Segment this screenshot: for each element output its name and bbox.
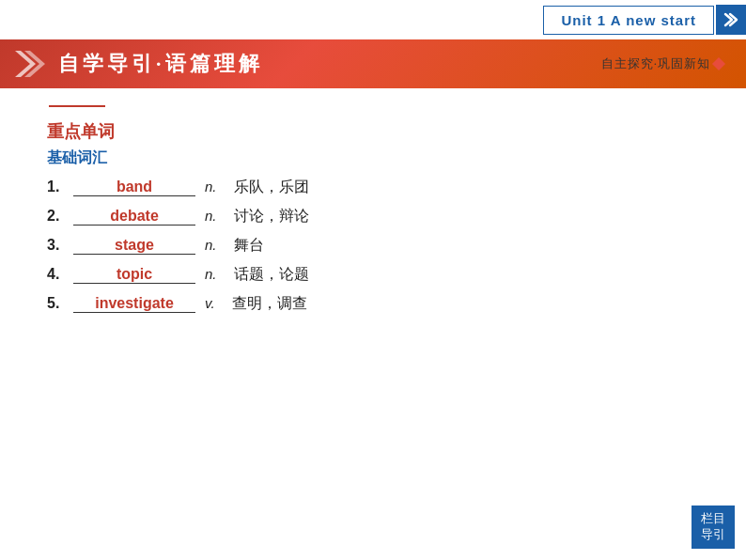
vocab-pos-4: n. xyxy=(205,266,217,282)
unit-label: Unit 1 A new start xyxy=(543,6,714,35)
section-title-sub: 基础词汇 xyxy=(47,148,699,168)
banner-arrow-icon xyxy=(15,47,49,81)
banner-subtitle-text: 自主探究·巩固新知 xyxy=(601,55,710,72)
vocab-num-4: 4. xyxy=(47,266,70,283)
vocab-pos-3: n. xyxy=(205,237,217,253)
vocab-num-3: 3. xyxy=(47,237,70,254)
vocab-word-2: debate xyxy=(110,208,159,224)
vocab-pos-5: v. xyxy=(205,295,215,311)
vocab-num-1: 1. xyxy=(47,179,70,195)
bottom-nav-label: 栏目导引 xyxy=(701,511,725,543)
vocab-num-2: 2. xyxy=(47,208,70,225)
section-title-main: 重点单词 xyxy=(47,120,699,143)
banner-title: 自学导引·语篇理解 xyxy=(58,50,263,78)
vocab-meaning-1: 乐队，乐团 xyxy=(234,178,309,197)
chevron-right-icon xyxy=(716,5,746,35)
vocab-meaning-4: 话题，论题 xyxy=(234,265,309,285)
vocab-blank-2: debate xyxy=(73,208,195,226)
vocab-item-5: 5. investigate v. 查明，调查 xyxy=(47,294,699,314)
vocab-blank-3: stage xyxy=(73,237,195,255)
vocab-word-1: band xyxy=(117,179,152,194)
vocab-blank-1: band xyxy=(73,179,195,196)
vocab-word-3: stage xyxy=(115,237,154,253)
vocab-blank-4: topic xyxy=(73,266,195,284)
header-banner: 自学导引·语篇理解 自主探究·巩固新知 xyxy=(0,39,746,88)
vocab-blank-5: investigate xyxy=(73,295,195,313)
vocab-item-4: 4. topic n. 话题，论题 xyxy=(47,265,699,285)
vocab-meaning-3: 舞台 xyxy=(234,236,264,256)
vocab-meaning-2: 讨论，辩论 xyxy=(234,207,309,226)
bottom-nav-button[interactable]: 栏目导引 xyxy=(692,506,735,549)
vocab-item-3: 3. stage n. 舞台 xyxy=(47,236,699,256)
vocab-list: 1. band n. 乐队，乐团 2. debate n. 讨论，辩论 3. s… xyxy=(47,178,699,314)
vocab-item-2: 2. debate n. 讨论，辩论 xyxy=(47,207,699,226)
divider-line xyxy=(49,105,105,107)
vocab-word-5: investigate xyxy=(95,295,174,311)
vocab-pos-1: n. xyxy=(205,179,217,194)
banner-subtitle: 自主探究·巩固新知 xyxy=(601,55,723,72)
vocab-num-5: 5. xyxy=(47,295,70,312)
top-bar: Unit 1 A new start xyxy=(543,0,746,39)
main-content: 重点单词 基础词汇 1. band n. 乐队，乐团 2. debate n. … xyxy=(0,88,746,560)
vocab-pos-2: n. xyxy=(205,208,217,224)
vocab-meaning-5: 查明，调查 xyxy=(232,294,307,314)
vocab-word-4: topic xyxy=(117,266,152,282)
diamond-icon xyxy=(712,57,725,70)
vocab-item-1: 1. band n. 乐队，乐团 xyxy=(47,178,699,197)
